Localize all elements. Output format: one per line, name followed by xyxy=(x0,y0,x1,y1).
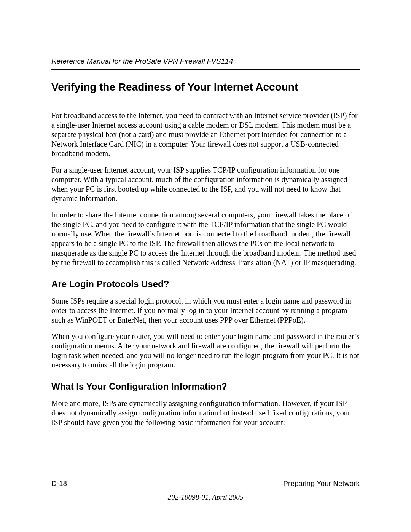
body-paragraph: When you configure your router, you will… xyxy=(51,332,360,370)
document-page: Reference Manual for the ProSafe VPN Fir… xyxy=(0,0,411,532)
footer-rule xyxy=(51,476,360,476)
subsection-heading: Are Login Protocols Used? xyxy=(51,279,360,289)
body-paragraph: For broadband access to the Internet, yo… xyxy=(51,111,360,158)
footer-doc-info: 202-10098-01, April 2005 xyxy=(51,493,360,502)
page-number: D-18 xyxy=(51,479,67,488)
footer-section-name: Preparing Your Network xyxy=(283,479,360,488)
body-paragraph: Some ISPs require a special login protoc… xyxy=(51,296,360,325)
footer-row: D-18 Preparing Your Network xyxy=(51,479,360,488)
page-footer: D-18 Preparing Your Network 202-10098-01… xyxy=(51,476,360,502)
body-paragraph: In order to share the Internet connectio… xyxy=(51,210,360,267)
running-header: Reference Manual for the ProSafe VPN Fir… xyxy=(51,57,360,70)
body-paragraph: More and more, ISPs are dynamically assi… xyxy=(51,399,360,427)
body-paragraph: For a single-user Internet account, your… xyxy=(51,165,360,203)
subsection-heading: What Is Your Configuration Information? xyxy=(51,381,360,392)
section-heading: Verifying the Readiness of Your Internet… xyxy=(51,81,360,97)
